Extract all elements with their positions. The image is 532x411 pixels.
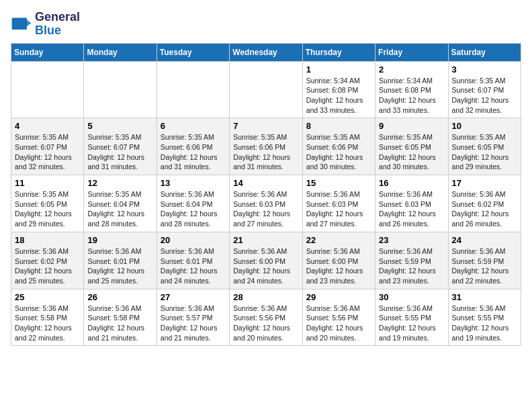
day-number: 18 <box>15 235 80 245</box>
day-detail: Sunrise: 5:36 AM Sunset: 6:04 PM Dayligh… <box>161 189 226 229</box>
day-number: 17 <box>452 178 517 188</box>
calendar-cell <box>84 61 157 118</box>
calendar-cell: 29Sunrise: 5:36 AM Sunset: 5:56 PM Dayli… <box>302 289 375 346</box>
day-detail: Sunrise: 5:36 AM Sunset: 6:01 PM Dayligh… <box>161 246 226 286</box>
calendar-cell: 31Sunrise: 5:36 AM Sunset: 5:55 PM Dayli… <box>448 289 521 346</box>
weekday-header: Saturday <box>448 43 521 61</box>
day-detail: Sunrise: 5:36 AM Sunset: 6:00 PM Dayligh… <box>233 246 298 286</box>
calendar-cell: 24Sunrise: 5:36 AM Sunset: 5:59 PM Dayli… <box>448 232 521 289</box>
day-detail: Sunrise: 5:36 AM Sunset: 6:00 PM Dayligh… <box>306 246 371 286</box>
day-number: 23 <box>379 235 444 245</box>
calendar-cell: 13Sunrise: 5:36 AM Sunset: 6:04 PM Dayli… <box>157 175 229 232</box>
weekday-header: Thursday <box>302 43 375 61</box>
weekday-header: Wednesday <box>230 43 302 61</box>
calendar-cell: 2Sunrise: 5:34 AM Sunset: 6:08 PM Daylig… <box>375 61 448 118</box>
day-number: 26 <box>87 292 152 302</box>
calendar-cell: 30Sunrise: 5:36 AM Sunset: 5:55 PM Dayli… <box>375 289 448 346</box>
weekday-header: Sunday <box>11 43 84 61</box>
calendar-cell: 21Sunrise: 5:36 AM Sunset: 6:00 PM Dayli… <box>230 232 302 289</box>
day-detail: Sunrise: 5:36 AM Sunset: 5:56 PM Dayligh… <box>233 304 298 343</box>
day-number: 7 <box>233 121 298 131</box>
calendar-cell: 12Sunrise: 5:35 AM Sunset: 6:04 PM Dayli… <box>84 175 157 232</box>
day-detail: Sunrise: 5:36 AM Sunset: 6:03 PM Dayligh… <box>379 189 444 229</box>
calendar-cell: 5Sunrise: 5:35 AM Sunset: 6:07 PM Daylig… <box>84 118 157 175</box>
calendar-table: SundayMondayTuesdayWednesdayThursdayFrid… <box>11 43 521 347</box>
day-detail: Sunrise: 5:35 AM Sunset: 6:05 PM Dayligh… <box>15 189 80 229</box>
svg-rect-0 <box>12 17 27 30</box>
calendar-cell: 22Sunrise: 5:36 AM Sunset: 6:00 PM Dayli… <box>302 232 375 289</box>
logo-text-general: General <box>35 11 80 24</box>
day-number: 31 <box>452 292 517 302</box>
day-number: 14 <box>233 178 298 188</box>
calendar-week-row: 4Sunrise: 5:35 AM Sunset: 6:07 PM Daylig… <box>11 118 521 175</box>
day-number: 22 <box>306 235 371 245</box>
calendar-cell <box>157 61 229 118</box>
day-detail: Sunrise: 5:35 AM Sunset: 6:07 PM Dayligh… <box>452 76 517 116</box>
day-detail: Sunrise: 5:36 AM Sunset: 6:03 PM Dayligh… <box>306 189 371 229</box>
logo-icon <box>11 13 32 35</box>
day-number: 21 <box>233 235 298 245</box>
calendar-cell: 18Sunrise: 5:36 AM Sunset: 6:02 PM Dayli… <box>11 232 84 289</box>
day-detail: Sunrise: 5:36 AM Sunset: 6:03 PM Dayligh… <box>233 189 298 229</box>
calendar-cell: 26Sunrise: 5:36 AM Sunset: 5:58 PM Dayli… <box>84 289 157 346</box>
calendar-cell: 27Sunrise: 5:36 AM Sunset: 5:57 PM Dayli… <box>157 289 229 346</box>
calendar-cell: 16Sunrise: 5:36 AM Sunset: 6:03 PM Dayli… <box>375 175 448 232</box>
days-row: SundayMondayTuesdayWednesdayThursdayFrid… <box>11 43 521 61</box>
day-detail: Sunrise: 5:35 AM Sunset: 6:06 PM Dayligh… <box>161 132 226 172</box>
day-number: 8 <box>306 121 371 131</box>
calendar-week-row: 18Sunrise: 5:36 AM Sunset: 6:02 PM Dayli… <box>11 232 521 289</box>
calendar-cell <box>11 61 84 118</box>
day-number: 20 <box>161 235 226 245</box>
calendar-cell: 9Sunrise: 5:35 AM Sunset: 6:05 PM Daylig… <box>375 118 448 175</box>
day-number: 5 <box>87 121 152 131</box>
weekday-header: Friday <box>375 43 448 61</box>
calendar-cell: 15Sunrise: 5:36 AM Sunset: 6:03 PM Dayli… <box>302 175 375 232</box>
day-detail: Sunrise: 5:36 AM Sunset: 6:02 PM Dayligh… <box>15 246 80 286</box>
weekday-header: Tuesday <box>157 43 229 61</box>
day-detail: Sunrise: 5:34 AM Sunset: 6:08 PM Dayligh… <box>379 76 444 116</box>
calendar-cell: 25Sunrise: 5:36 AM Sunset: 5:58 PM Dayli… <box>11 289 84 346</box>
day-number: 10 <box>452 121 517 131</box>
day-number: 15 <box>306 178 371 188</box>
calendar-cell: 3Sunrise: 5:35 AM Sunset: 6:07 PM Daylig… <box>448 61 521 118</box>
day-detail: Sunrise: 5:35 AM Sunset: 6:07 PM Dayligh… <box>87 132 152 172</box>
day-number: 27 <box>161 292 226 302</box>
day-detail: Sunrise: 5:36 AM Sunset: 5:59 PM Dayligh… <box>452 246 517 286</box>
calendar-cell: 23Sunrise: 5:36 AM Sunset: 5:59 PM Dayli… <box>375 232 448 289</box>
day-detail: Sunrise: 5:36 AM Sunset: 5:58 PM Dayligh… <box>87 304 152 343</box>
day-detail: Sunrise: 5:36 AM Sunset: 5:55 PM Dayligh… <box>452 304 517 343</box>
calendar-week-row: 11Sunrise: 5:35 AM Sunset: 6:05 PM Dayli… <box>11 175 521 232</box>
day-detail: Sunrise: 5:35 AM Sunset: 6:05 PM Dayligh… <box>379 132 444 172</box>
day-number: 28 <box>233 292 298 302</box>
day-number: 6 <box>161 121 226 131</box>
calendar-cell: 4Sunrise: 5:35 AM Sunset: 6:07 PM Daylig… <box>11 118 84 175</box>
day-detail: Sunrise: 5:36 AM Sunset: 5:57 PM Dayligh… <box>161 304 226 343</box>
day-detail: Sunrise: 5:35 AM Sunset: 6:06 PM Dayligh… <box>233 132 298 172</box>
day-detail: Sunrise: 5:36 AM Sunset: 6:02 PM Dayligh… <box>452 189 517 229</box>
day-detail: Sunrise: 5:36 AM Sunset: 5:58 PM Dayligh… <box>15 304 80 343</box>
day-number: 9 <box>379 121 444 131</box>
calendar-body: 1Sunrise: 5:34 AM Sunset: 6:08 PM Daylig… <box>11 61 521 346</box>
calendar-cell: 7Sunrise: 5:35 AM Sunset: 6:06 PM Daylig… <box>230 118 302 175</box>
day-detail: Sunrise: 5:35 AM Sunset: 6:04 PM Dayligh… <box>87 189 152 229</box>
logo: General Blue <box>11 11 80 38</box>
page-header: General Blue <box>11 11 521 38</box>
day-number: 11 <box>15 178 80 188</box>
day-detail: Sunrise: 5:35 AM Sunset: 6:07 PM Dayligh… <box>15 132 80 172</box>
day-detail: Sunrise: 5:36 AM Sunset: 5:59 PM Dayligh… <box>379 246 444 286</box>
calendar-cell: 6Sunrise: 5:35 AM Sunset: 6:06 PM Daylig… <box>157 118 229 175</box>
calendar-cell: 19Sunrise: 5:36 AM Sunset: 6:01 PM Dayli… <box>84 232 157 289</box>
day-number: 30 <box>379 292 444 302</box>
calendar-cell: 28Sunrise: 5:36 AM Sunset: 5:56 PM Dayli… <box>230 289 302 346</box>
weekday-header: Monday <box>84 43 157 61</box>
calendar-cell: 20Sunrise: 5:36 AM Sunset: 6:01 PM Dayli… <box>157 232 229 289</box>
calendar-cell: 17Sunrise: 5:36 AM Sunset: 6:02 PM Dayli… <box>448 175 521 232</box>
day-number: 29 <box>306 292 371 302</box>
day-detail: Sunrise: 5:36 AM Sunset: 6:01 PM Dayligh… <box>87 246 152 286</box>
calendar-header: SundayMondayTuesdayWednesdayThursdayFrid… <box>11 43 521 61</box>
day-number: 4 <box>15 121 80 131</box>
calendar-cell: 8Sunrise: 5:35 AM Sunset: 6:06 PM Daylig… <box>302 118 375 175</box>
day-number: 12 <box>87 178 152 188</box>
day-number: 1 <box>306 64 371 75</box>
day-detail: Sunrise: 5:36 AM Sunset: 5:56 PM Dayligh… <box>306 304 371 343</box>
